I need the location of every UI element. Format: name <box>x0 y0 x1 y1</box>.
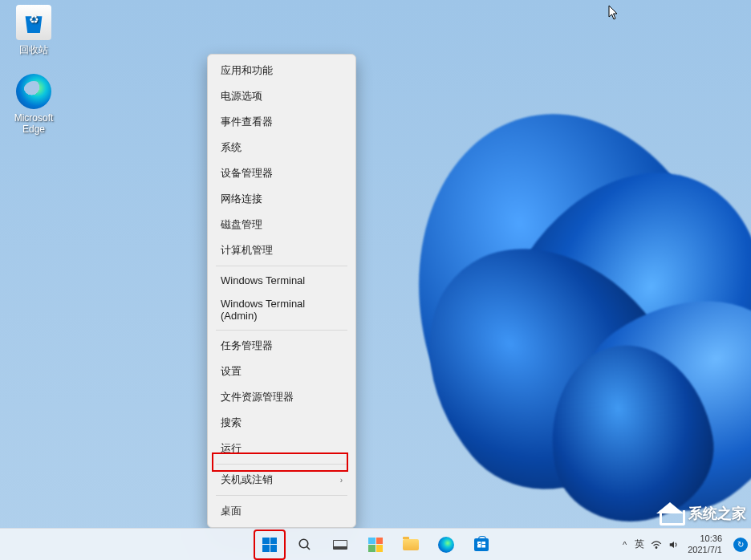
system-tray: ^ 英 10:36 2021/7/1 ↻ <box>623 529 748 560</box>
menu-item-windows-terminal-admin[interactable]: Windows Terminal (Admin) <box>208 292 355 327</box>
menu-label: 任务管理器 <box>221 339 273 353</box>
winx-context-menu: 应用和功能 电源选项 事件查看器 系统 设备管理器 网络连接 磁盘管理 计算机管… <box>207 54 356 528</box>
menu-divider <box>216 330 347 331</box>
submenu-arrow-icon: › <box>340 476 343 485</box>
menu-item-network-connections[interactable]: 网络连接 <box>208 186 355 212</box>
menu-item-event-viewer[interactable]: 事件查看器 <box>208 109 355 135</box>
menu-item-file-explorer[interactable]: 文件资源管理器 <box>208 384 355 410</box>
edge-icon <box>438 537 454 553</box>
menu-label: 桌面 <box>221 504 242 518</box>
store-button[interactable] <box>465 530 497 559</box>
menu-label: 设备管理器 <box>221 166 273 181</box>
menu-label: 运行 <box>221 441 242 456</box>
volume-icon <box>668 540 680 550</box>
menu-item-desktop[interactable]: 桌面 <box>208 498 355 524</box>
start-button[interactable] <box>254 530 286 560</box>
menu-item-search[interactable]: 搜索 <box>208 410 355 436</box>
notification-badge-icon[interactable]: ↻ <box>733 538 748 552</box>
watermark-text: 系统之家 <box>688 504 746 523</box>
edge-icon <box>16 74 51 109</box>
menu-item-settings[interactable]: 设置 <box>208 359 355 384</box>
desktop-icon-label: Microsoft Edge <box>5 112 63 135</box>
folder-icon <box>403 539 419 550</box>
menu-label: 应用和功能 <box>221 63 273 78</box>
menu-label: 事件查看器 <box>221 115 273 129</box>
menu-item-windows-terminal[interactable]: Windows Terminal <box>208 269 355 292</box>
menu-item-shutdown-signout[interactable]: 关机或注销› <box>208 467 355 493</box>
ime-indicator[interactable]: 英 <box>635 538 644 551</box>
desktop-wallpaper <box>0 0 751 560</box>
menu-label: 设置 <box>221 364 242 379</box>
menu-item-disk-management[interactable]: 磁盘管理 <box>208 212 355 237</box>
svg-line-1 <box>306 546 310 550</box>
taskbar: ^ 英 10:36 2021/7/1 ↻ <box>0 528 751 560</box>
menu-divider <box>216 495 347 496</box>
menu-item-run[interactable]: 运行 <box>208 436 355 461</box>
menu-divider <box>216 464 347 465</box>
store-icon <box>474 538 489 551</box>
clock[interactable]: 10:36 2021/7/1 <box>688 534 725 554</box>
menu-label: Windows Terminal (Admin) <box>221 298 343 322</box>
desktop-icon-edge[interactable]: Microsoft Edge <box>5 74 63 135</box>
search-button[interactable] <box>289 530 321 559</box>
menu-item-apps-features[interactable]: 应用和功能 <box>208 58 355 83</box>
widgets-button[interactable] <box>359 530 392 559</box>
menu-label: 关机或注销 <box>221 473 273 487</box>
menu-label: 搜索 <box>221 416 242 430</box>
menu-label: Windows Terminal <box>221 274 305 286</box>
house-icon <box>656 502 684 525</box>
menu-item-task-manager[interactable]: 任务管理器 <box>208 333 355 359</box>
desktop-icon-recycle-bin[interactable]: 回收站 <box>5 5 63 57</box>
menu-label: 计算机管理 <box>221 243 273 258</box>
task-view-button[interactable] <box>324 530 356 559</box>
svg-point-0 <box>299 539 308 548</box>
menu-item-system[interactable]: 系统 <box>208 135 355 160</box>
watermark: 系统之家 <box>656 502 746 525</box>
clock-time: 10:36 <box>688 534 722 544</box>
menu-label: 电源选项 <box>221 89 262 103</box>
widgets-icon <box>368 538 383 552</box>
menu-label: 磁盘管理 <box>221 217 262 232</box>
svg-point-2 <box>656 546 657 548</box>
menu-item-power-options[interactable]: 电源选项 <box>208 83 355 109</box>
menu-label: 文件资源管理器 <box>221 390 294 404</box>
clock-date: 2021/7/1 <box>688 545 722 555</box>
tray-status-icons[interactable]: 英 <box>635 538 680 551</box>
menu-item-computer-management[interactable]: 计算机管理 <box>208 237 355 263</box>
search-icon <box>298 538 312 552</box>
menu-label: 系统 <box>221 140 242 155</box>
edge-taskbar-button[interactable] <box>430 530 462 559</box>
menu-divider <box>216 266 347 266</box>
menu-label: 网络连接 <box>221 192 262 206</box>
recycle-bin-icon <box>16 5 51 40</box>
desktop-icon-label: 回收站 <box>5 43 63 57</box>
taskbar-center-group <box>254 530 497 560</box>
menu-item-device-manager[interactable]: 设备管理器 <box>208 160 355 186</box>
windows-logo-icon <box>262 538 277 552</box>
task-view-icon <box>333 540 347 550</box>
wifi-icon <box>651 540 662 550</box>
tray-chevron-icon[interactable]: ^ <box>623 540 627 550</box>
file-explorer-button[interactable] <box>395 530 427 559</box>
